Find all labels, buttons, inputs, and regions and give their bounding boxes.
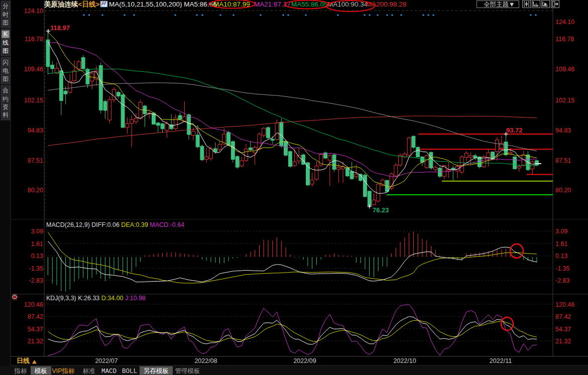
- svg-text:94.83: 94.83: [555, 127, 571, 134]
- svg-text:1.61: 1.61: [31, 240, 43, 247]
- svg-text:80.20: 80.20: [555, 187, 571, 194]
- svg-text:87.42: 87.42: [555, 313, 571, 320]
- svg-text:BOLL: BOLL: [122, 368, 137, 375]
- svg-text:标准: 标准: [83, 367, 95, 374]
- svg-text:美原油连续<日线>: 美原油连续<日线>: [44, 0, 99, 8]
- svg-text:分: 分: [3, 3, 9, 10]
- svg-text:0.13: 0.13: [31, 253, 43, 260]
- svg-text:管理模板: 管理模板: [175, 367, 200, 374]
- svg-text:-1.35: -1.35: [29, 265, 44, 272]
- svg-text:约: 约: [3, 95, 9, 102]
- svg-text:93.72: 93.72: [506, 127, 523, 134]
- svg-text:图: 图: [3, 19, 9, 26]
- svg-text:0.13: 0.13: [555, 253, 567, 260]
- svg-text:全部主题▼: 全部主题▼: [484, 1, 515, 8]
- svg-text:MA(5,10,21,55,100,200) MA5:86.: MA(5,10,21,55,100,200) MA5:86.66: [109, 1, 217, 8]
- svg-text:80.20: 80.20: [28, 187, 43, 194]
- svg-text:日线: 日线: [17, 357, 30, 364]
- svg-text:1.61: 1.61: [555, 240, 567, 247]
- svg-text:2022/07: 2022/07: [95, 357, 117, 364]
- svg-text:MA10:87.99: MA10:87.99: [213, 1, 250, 8]
- svg-text:120.46: 120.46: [24, 301, 43, 308]
- svg-text:116.78: 116.78: [25, 36, 43, 43]
- svg-text:118.97: 118.97: [50, 24, 70, 32]
- svg-text:模板: 模板: [34, 367, 47, 374]
- svg-text:102.15: 102.15: [555, 97, 574, 104]
- svg-text:87.42: 87.42: [28, 313, 43, 320]
- svg-text:124.10: 124.10: [24, 8, 43, 15]
- svg-text:料: 料: [3, 111, 9, 118]
- svg-text:2022/11: 2022/11: [490, 357, 512, 364]
- svg-text:54.37: 54.37: [555, 326, 571, 333]
- svg-text:124.10: 124.10: [555, 19, 574, 26]
- svg-text:闪: 闪: [3, 59, 9, 66]
- svg-text:2022/10: 2022/10: [393, 357, 416, 364]
- svg-text:时: 时: [3, 11, 9, 18]
- svg-text:76.23: 76.23: [373, 206, 389, 214]
- svg-text:2022/08: 2022/08: [194, 357, 217, 364]
- svg-text:电: 电: [3, 67, 9, 74]
- svg-text:2022/09: 2022/09: [293, 357, 316, 364]
- svg-text:94.83: 94.83: [28, 127, 43, 134]
- svg-text:K: K: [4, 31, 8, 38]
- svg-text:-2.83: -2.83: [555, 277, 570, 284]
- svg-text:109.46: 109.46: [555, 66, 574, 73]
- svg-text:另存模板: 另存模板: [144, 367, 169, 374]
- svg-text:-1.35: -1.35: [555, 265, 570, 272]
- svg-text:54.37: 54.37: [28, 326, 43, 333]
- svg-text:线: 线: [3, 39, 9, 46]
- svg-text:3.09: 3.09: [31, 228, 43, 235]
- svg-text:87.51: 87.51: [28, 157, 43, 164]
- svg-text:109.46: 109.46: [24, 66, 43, 73]
- svg-text:21.32: 21.32: [28, 338, 43, 345]
- svg-text:21.32: 21.32: [555, 338, 571, 345]
- svg-text:资: 资: [3, 103, 9, 110]
- svg-text:MACD(26,12,9) DIFF:0.06 DEA:0.: MACD(26,12,9) DIFF:0.06 DEA:0.39 MACD:-0…: [46, 221, 184, 228]
- svg-text:合: 合: [3, 87, 9, 94]
- svg-text:-2.83: -2.83: [29, 277, 44, 284]
- svg-text:指标: 指标: [14, 367, 28, 374]
- svg-text:102.15: 102.15: [24, 97, 43, 104]
- svg-text:MA200:98.28: MA200:98.28: [366, 1, 406, 8]
- svg-text:KDJ(9,3,3) K:26.33 D:34.00 J:: KDJ(9,3,3) K:26.33 D:34.00 J:10.98: [46, 295, 146, 302]
- svg-text:87.51: 87.51: [555, 157, 571, 164]
- svg-text:MACD: MACD: [101, 368, 116, 375]
- svg-text:120.46: 120.46: [555, 301, 574, 308]
- svg-text:图: 图: [3, 75, 9, 82]
- svg-text:116.78: 116.78: [555, 36, 574, 43]
- svg-text:图: 图: [3, 47, 9, 54]
- svg-text:3.09: 3.09: [555, 228, 567, 235]
- svg-text:VIP指标: VIP指标: [52, 367, 75, 374]
